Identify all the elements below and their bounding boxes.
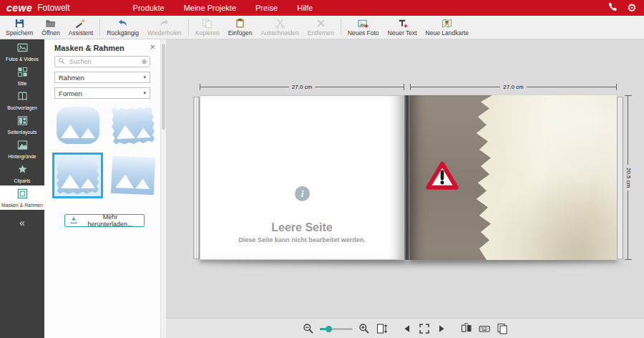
sidebar: Fotos & Videos Stile Buchvorlagen Seiten… bbox=[0, 39, 44, 338]
topbar: cewe Fotowelt Produkte Meine Projekte Pr… bbox=[0, 0, 644, 16]
photo-plus-icon bbox=[358, 18, 369, 29]
mask-thumb-square[interactable] bbox=[107, 153, 158, 198]
menu-preise[interactable]: Preise bbox=[255, 4, 278, 12]
book-page-left: i Leere Seite Diese Seite kann nicht bea… bbox=[200, 95, 404, 260]
assistant-button[interactable]: Assistent bbox=[64, 16, 98, 39]
page-navigation bbox=[401, 322, 447, 335]
sidebar-item-hintergruende[interactable]: Hintergründe bbox=[0, 137, 44, 161]
book-spine bbox=[404, 95, 410, 260]
book-templates-icon bbox=[17, 91, 28, 105]
mask-thumb-torn-paper-selected[interactable] bbox=[52, 153, 103, 198]
spread-view-button[interactable] bbox=[418, 322, 431, 335]
dropdown-value: Rahmen bbox=[59, 74, 84, 82]
sidebar-item-fotos-videos[interactable]: Fotos & Videos bbox=[0, 39, 44, 64]
phone-icon[interactable] bbox=[608, 1, 618, 14]
mask-preview-image bbox=[110, 156, 155, 195]
zoom-slider[interactable] bbox=[320, 324, 353, 334]
search-input[interactable] bbox=[68, 57, 139, 66]
sidebar-item-label: Seitenlayouts bbox=[8, 130, 37, 135]
page-sorter-button[interactable] bbox=[496, 322, 509, 335]
info-icon: i bbox=[295, 186, 310, 201]
sidebar-item-masken-rahmen[interactable]: Masken & Rahmen bbox=[0, 185, 44, 210]
download-more-button[interactable]: Mehr herunterladen... bbox=[64, 214, 145, 227]
redo-icon bbox=[159, 18, 170, 29]
zoom-in-button[interactable] bbox=[358, 322, 371, 335]
sidebar-item-label: Fotos & Videos bbox=[6, 57, 39, 62]
cewe-logo: cewe bbox=[6, 2, 32, 14]
search-icon bbox=[58, 55, 66, 68]
paste-button[interactable]: Einfügen bbox=[224, 16, 257, 39]
mask-thumb-torn-paper[interactable] bbox=[107, 102, 158, 148]
scrollbar-thumb[interactable] bbox=[162, 44, 165, 130]
sidebar-collapse-button[interactable]: « bbox=[0, 217, 44, 228]
sidebar-item-label: Stile bbox=[17, 81, 26, 86]
editor-canvas: 27.0 cm 27.0 cm 20.5 cm i Leere Seite Di… bbox=[166, 39, 644, 338]
menu-hilfe[interactable]: Hilfe bbox=[297, 4, 313, 12]
mask-thumb-rounded[interactable] bbox=[52, 102, 103, 148]
toolbar-label: Neues Foto bbox=[348, 29, 379, 37]
gear-icon[interactable]: ⚙ bbox=[628, 0, 637, 16]
clipboard-icon bbox=[235, 18, 245, 29]
menu-produkte[interactable]: Produkte bbox=[133, 4, 165, 12]
topbar-icons: ⚙ bbox=[608, 0, 637, 16]
new-text-button[interactable]: Neuer Text bbox=[384, 16, 421, 39]
page-flip-button[interactable] bbox=[460, 322, 473, 335]
keyboard-button[interactable] bbox=[478, 322, 491, 335]
toolbar-separator bbox=[341, 19, 341, 36]
page-stack-left-edge bbox=[193, 97, 200, 259]
text-plus-icon bbox=[397, 18, 408, 29]
toolbar-separator bbox=[188, 19, 189, 36]
toolbar-label: Speichern bbox=[6, 29, 33, 37]
frames-dropdown[interactable]: Rahmen ▾ bbox=[54, 72, 150, 83]
magic-wand-icon bbox=[75, 18, 86, 29]
mask-preview-image bbox=[110, 106, 155, 145]
undo-icon bbox=[117, 18, 128, 29]
book-page-right[interactable] bbox=[410, 95, 617, 260]
warning-triangle-icon bbox=[426, 161, 459, 193]
sidebar-item-buchvorlagen[interactable]: Buchvorlagen bbox=[0, 88, 44, 112]
new-map-button[interactable]: Neue Landkarte bbox=[421, 16, 474, 39]
delete-icon bbox=[316, 18, 326, 29]
open-button[interactable]: Öffnen bbox=[37, 16, 64, 39]
shapes-dropdown[interactable]: Formen ▾ bbox=[54, 87, 150, 99]
prev-page-button[interactable] bbox=[401, 322, 413, 335]
sidebar-item-cliparts[interactable]: Cliparts bbox=[0, 161, 44, 185]
torn-paper-background bbox=[472, 95, 617, 260]
scissors-icon bbox=[275, 18, 286, 29]
empty-page-subtitle: Diese Seite kann nicht bearbeitet werden… bbox=[200, 236, 404, 243]
sidebar-item-seitenlayouts[interactable]: Seitenlayouts bbox=[0, 112, 44, 137]
menu-meine-projekte[interactable]: Meine Projekte bbox=[184, 4, 236, 12]
toolbar-label: Ausschneiden bbox=[260, 29, 298, 37]
save-button[interactable]: Speichern bbox=[1, 16, 37, 39]
chevron-down-icon: ▾ bbox=[143, 90, 146, 96]
measurement-left-page-width: 27.0 cm bbox=[200, 84, 404, 90]
masks-frames-icon bbox=[17, 188, 28, 202]
save-icon bbox=[14, 18, 25, 29]
chevron-down-icon: ▾ bbox=[143, 74, 146, 80]
panel-title: Masken & Rahmen bbox=[54, 44, 125, 52]
sidebar-item-stile[interactable]: Stile bbox=[0, 64, 44, 88]
download-icon bbox=[69, 216, 78, 226]
panel-close-button[interactable]: × bbox=[150, 42, 155, 52]
slider-knob[interactable] bbox=[326, 326, 332, 332]
map-icon bbox=[441, 18, 452, 29]
zoom-out-button[interactable] bbox=[302, 322, 315, 335]
search-clear-icon[interactable]: ⊗ bbox=[141, 58, 147, 65]
undo-button[interactable]: Rückgängig bbox=[102, 16, 143, 39]
redo-button: Wiederholen bbox=[143, 16, 186, 39]
mask-grid bbox=[52, 102, 158, 198]
sidebar-item-label: Masken & Rahmen bbox=[1, 203, 43, 208]
folder-icon bbox=[45, 18, 56, 29]
app-window: cewe Fotowelt Produkte Meine Projekte Pr… bbox=[0, 0, 644, 338]
fit-page-button[interactable] bbox=[376, 322, 389, 335]
toolbar-label: Entfernen bbox=[308, 29, 334, 37]
product-name: Fotowelt bbox=[37, 3, 69, 13]
toolbar-label: Rückgängig bbox=[107, 29, 139, 37]
download-label: Mehr herunterladen... bbox=[81, 213, 140, 228]
main-menu: Produkte Meine Projekte Preise Hilfe bbox=[133, 4, 313, 12]
panel-scrollbar[interactable] bbox=[161, 39, 166, 338]
canvas-bottom-toolbar bbox=[166, 318, 644, 338]
next-page-button[interactable] bbox=[436, 322, 447, 335]
cliparts-icon bbox=[17, 164, 28, 178]
new-photo-button[interactable]: Neues Foto bbox=[343, 16, 384, 39]
